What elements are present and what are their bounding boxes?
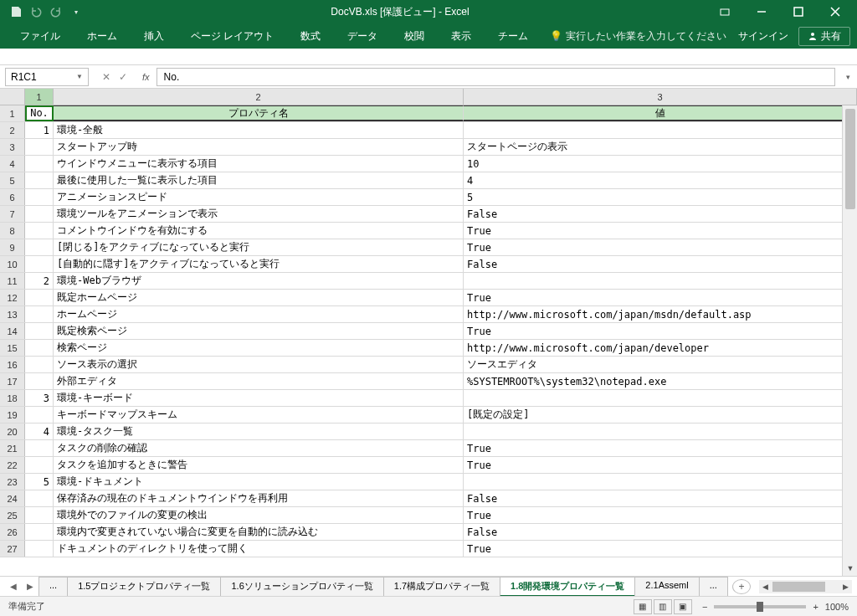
row-header[interactable]: 12 (0, 290, 25, 305)
col-header-1[interactable]: 1 (25, 89, 54, 105)
signin-link[interactable]: サインイン (738, 29, 788, 44)
table-row[interactable]: 21環境-全般 (0, 122, 857, 139)
row-header[interactable]: 8 (0, 223, 25, 239)
tab-home[interactable]: ホーム (74, 24, 131, 49)
ribbon-options-icon[interactable] (708, 0, 742, 23)
row-header[interactable]: 3 (0, 139, 25, 155)
cell-no[interactable] (25, 340, 54, 356)
horizontal-scrollbar[interactable]: ◀ ▶ (759, 580, 852, 593)
cell-prop[interactable]: キーボードマップスキーム (54, 407, 464, 423)
cell-val[interactable]: False (464, 256, 857, 272)
table-row[interactable]: 8コメントウインドウを有効にするTrue (0, 223, 857, 239)
table-row[interactable]: 26環境内で変更されていない場合に変更を自動的に読み込むFalse (0, 524, 857, 541)
cell-no[interactable] (25, 256, 54, 272)
cell-prop[interactable]: ホームページ (54, 306, 464, 322)
cell-prop[interactable]: 既定ホームページ (54, 290, 464, 305)
cancel-icon[interactable]: ✕ (102, 71, 110, 83)
table-row[interactable]: 7環境ツールをアニメーションで表示False (0, 206, 857, 223)
cell-no[interactable] (25, 373, 54, 389)
cell-prop[interactable]: アニメーションスピード (54, 189, 464, 205)
cell-no[interactable] (25, 223, 54, 239)
save-icon[interactable] (8, 4, 23, 19)
sheet-tab[interactable]: 1.6ソリューションプロパティ一覧 (220, 577, 383, 597)
hscroll-thumb[interactable] (772, 582, 825, 592)
hscroll-right-icon[interactable]: ▶ (839, 583, 852, 591)
cell-val[interactable]: True (464, 323, 857, 339)
table-row[interactable]: 17外部エディタ%SYSTEMROOT%\system32\notepad.ex… (0, 373, 857, 390)
qat-dropdown-icon[interactable]: ▾ (69, 4, 84, 19)
cell-val[interactable]: %SYSTEMROOT%\system32\notepad.exe (464, 373, 857, 389)
cell-val[interactable]: True (464, 223, 857, 239)
row-header[interactable]: 13 (0, 306, 25, 322)
row-header[interactable]: 20 (0, 424, 25, 439)
cell-no[interactable]: 5 (25, 474, 54, 490)
cell-prop[interactable]: 環境ツールをアニメーションで表示 (54, 206, 464, 222)
cell-no[interactable] (25, 290, 54, 305)
row-header[interactable]: 18 (0, 390, 25, 406)
row-header[interactable]: 9 (0, 239, 25, 255)
table-row[interactable]: 12既定ホームページTrue (0, 290, 857, 306)
table-row[interactable]: 10[自動的に隠す]をアクティブになっていると実行False (0, 256, 857, 273)
header-val[interactable]: 値 (464, 105, 857, 121)
cell-prop[interactable]: ウインドウメニューに表示する項目 (54, 156, 464, 172)
row-header[interactable]: 22 (0, 457, 25, 473)
cell-prop[interactable]: 既定検索ページ (54, 323, 464, 339)
row-header[interactable]: 25 (0, 507, 25, 523)
row-header[interactable]: 14 (0, 323, 25, 339)
row-header[interactable]: 16 (0, 357, 25, 372)
view-pagelayout-icon[interactable]: ▥ (654, 599, 672, 614)
row-header[interactable]: 2 (0, 122, 25, 138)
table-row[interactable]: 183環境-キーボード (0, 390, 857, 407)
table-row[interactable]: 19キーボードマップスキーム[既定の設定] (0, 407, 857, 424)
row-header[interactable]: 17 (0, 373, 25, 389)
cell-val[interactable]: False (464, 490, 857, 506)
sheet-tab[interactable]: 2.1Asseml (634, 577, 699, 597)
sheet-tab[interactable]: 1.8開発環境プロパティ一覧 (500, 577, 635, 597)
cell-prop[interactable]: スタートアップ時 (54, 139, 464, 155)
cell-no[interactable] (25, 306, 54, 322)
cell-no[interactable]: 4 (25, 424, 54, 439)
table-row[interactable]: 16ソース表示の選択ソースエディタ (0, 357, 857, 373)
table-row[interactable]: 6アニメーションスピード5 (0, 189, 857, 206)
scroll-down-icon[interactable]: ▼ (843, 561, 857, 576)
cell-no[interactable] (25, 156, 54, 172)
enter-icon[interactable]: ✓ (119, 71, 127, 83)
row-header[interactable]: 23 (0, 474, 25, 490)
cell-val[interactable]: False (464, 206, 857, 222)
formula-input[interactable]: No. (157, 68, 835, 86)
sheet-tab[interactable]: 1.7構成プロパティ一覧 (383, 577, 500, 597)
row-header[interactable]: 4 (0, 156, 25, 172)
cell-prop[interactable]: タスクの削除の確認 (54, 440, 464, 456)
cell-prop[interactable]: 環境外でのファイルの変更の検出 (54, 507, 464, 523)
zoom-slider[interactable] (714, 605, 806, 608)
cell-val[interactable] (464, 122, 857, 138)
table-row[interactable]: 5最後に使用した一覧に表示した項目4 (0, 172, 857, 189)
maximize-button[interactable] (782, 0, 815, 23)
cell-prop[interactable]: ソース表示の選択 (54, 357, 464, 372)
new-sheet-button[interactable]: + (732, 579, 751, 594)
tab-team[interactable]: チーム (485, 24, 541, 49)
tab-data[interactable]: データ (334, 24, 391, 49)
header-prop[interactable]: プロパティ名 (54, 105, 464, 121)
cell-prop[interactable]: 外部エディタ (54, 373, 464, 389)
table-row[interactable]: 4ウインドウメニューに表示する項目10 (0, 156, 857, 172)
sheet-tab[interactable]: 1.5プロジェクトプロパティ一覧 (67, 577, 221, 597)
view-pagebreak-icon[interactable]: ▣ (674, 599, 692, 614)
cell-val[interactable] (464, 273, 857, 289)
table-row[interactable]: 15検索ページhttp://www.microsoft.com/japan/de… (0, 340, 857, 357)
cell-prop[interactable]: [自動的に隠す]をアクティブになっていると実行 (54, 256, 464, 272)
cell-no[interactable] (25, 323, 54, 339)
cell-val[interactable]: http://www.microsoft.com/japan/developer (464, 340, 857, 356)
table-row[interactable]: 22タスクを追加するときに警告True (0, 457, 857, 474)
cell-no[interactable]: 3 (25, 390, 54, 406)
table-row[interactable]: 3スタートアップ時スタートページの表示 (0, 139, 857, 156)
cell-no[interactable] (25, 357, 54, 372)
row-header[interactable]: 6 (0, 189, 25, 205)
redo-icon[interactable] (49, 4, 64, 19)
table-row[interactable]: 9[閉じる]をアクティブになっていると実行True (0, 239, 857, 256)
row-header[interactable]: 24 (0, 490, 25, 506)
cell-prop[interactable]: 環境-全般 (54, 122, 464, 138)
cell-prop[interactable]: 環境-Webブラウザ (54, 273, 464, 289)
cell-prop[interactable]: 検索ページ (54, 340, 464, 356)
tab-view[interactable]: 表示 (438, 24, 485, 49)
